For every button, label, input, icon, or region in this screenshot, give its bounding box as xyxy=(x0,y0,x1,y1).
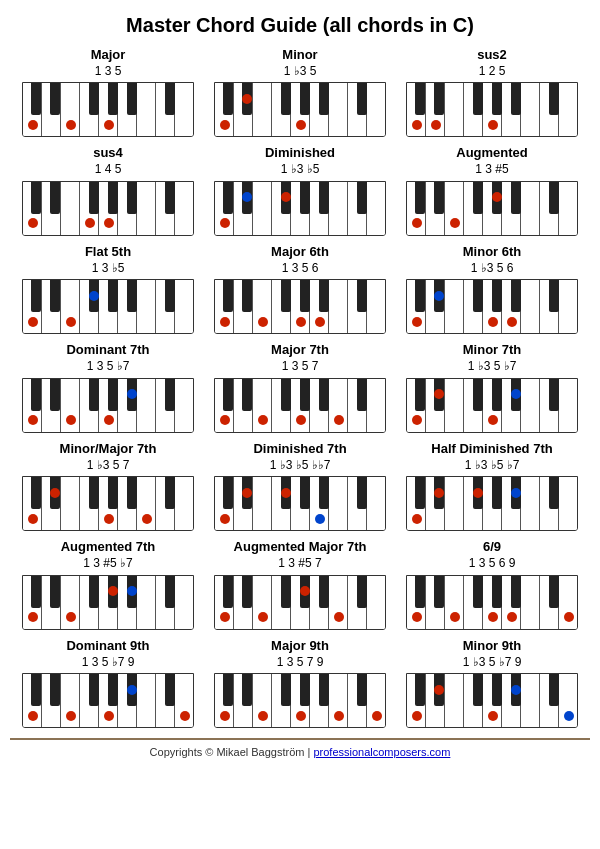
chord-dot xyxy=(220,612,230,622)
chord-item: 6/91 3 5 6 9 xyxy=(398,539,586,629)
chord-formula: 1 3 5 7 9 xyxy=(277,655,324,671)
chord-dot xyxy=(66,415,76,425)
chord-dot xyxy=(412,120,422,130)
chord-dot xyxy=(511,389,521,399)
chord-item: Half Diminished 7th1 ♭3 ♭5 ♭7 xyxy=(398,441,586,531)
chord-name: Minor/Major 7th xyxy=(60,441,157,458)
chord-name: Major 6th xyxy=(271,244,329,261)
chord-dot xyxy=(434,488,444,498)
chord-dot xyxy=(127,389,137,399)
chord-dot xyxy=(296,120,306,130)
chord-dot xyxy=(281,488,291,498)
chord-dot xyxy=(258,317,268,327)
chord-grid: Major1 3 5Minor1 ♭3 5sus21 2 5sus41 4 5D… xyxy=(10,47,590,728)
chord-dot xyxy=(511,685,521,695)
piano-keyboard xyxy=(406,673,578,728)
chord-dot xyxy=(28,218,38,228)
chord-dot xyxy=(296,317,306,327)
chord-item: Dominant 9th1 3 5 ♭7 9 xyxy=(14,638,202,728)
chord-dot xyxy=(564,711,574,721)
chord-dot xyxy=(412,218,422,228)
chord-dot xyxy=(450,612,460,622)
chord-dot xyxy=(296,415,306,425)
chord-dot xyxy=(220,120,230,130)
chord-item: Augmented Major 7th1 3 #5 7 xyxy=(206,539,394,629)
chord-dot xyxy=(334,415,344,425)
chord-name: Augmented Major 7th xyxy=(234,539,367,556)
chord-dot xyxy=(281,192,291,202)
chord-dot xyxy=(104,120,114,130)
chord-dot xyxy=(488,612,498,622)
chord-formula: 1 3 #5 xyxy=(475,162,508,178)
chord-dot xyxy=(85,218,95,228)
chord-item: Diminished 7th1 ♭3 ♭5 ♭♭7 xyxy=(206,441,394,531)
chord-name: Diminished 7th xyxy=(253,441,346,458)
chord-dot xyxy=(242,488,252,498)
chord-dot xyxy=(334,612,344,622)
chord-dot xyxy=(180,711,190,721)
chord-name: Dominant 9th xyxy=(66,638,149,655)
chord-dot xyxy=(434,389,444,399)
page-title: Master Chord Guide (all chords in C) xyxy=(10,14,590,37)
chord-item: Minor1 ♭3 5 xyxy=(206,47,394,137)
chord-item: Flat 5th1 3 ♭5 xyxy=(14,244,202,334)
website-link[interactable]: professionalcomposers.com xyxy=(313,746,450,758)
chord-dot xyxy=(104,514,114,524)
piano-keyboard xyxy=(214,181,386,236)
chord-dot xyxy=(28,120,38,130)
piano-keyboard xyxy=(406,82,578,137)
chord-dot xyxy=(473,488,483,498)
chord-item: Major1 3 5 xyxy=(14,47,202,137)
chord-formula: 1 4 5 xyxy=(95,162,122,178)
chord-dot xyxy=(242,192,252,202)
chord-dot xyxy=(28,317,38,327)
chord-formula: 1 3 5 xyxy=(95,64,122,80)
chord-dot xyxy=(412,317,422,327)
piano-keyboard xyxy=(214,378,386,433)
piano-keyboard xyxy=(214,476,386,531)
chord-dot xyxy=(315,514,325,524)
chord-dot xyxy=(242,94,252,104)
chord-name: sus4 xyxy=(93,145,123,162)
chord-dot xyxy=(220,218,230,228)
chord-dot xyxy=(488,120,498,130)
chord-name: Minor xyxy=(282,47,317,64)
chord-dot xyxy=(507,612,517,622)
chord-formula: 1 3 #5 ♭7 xyxy=(83,556,132,572)
chord-formula: 1 ♭3 ♭5 ♭♭7 xyxy=(270,458,331,474)
piano-keyboard xyxy=(406,181,578,236)
chord-name: 6/9 xyxy=(483,539,501,556)
chord-dot xyxy=(28,514,38,524)
chord-dot xyxy=(258,711,268,721)
chord-name: Half Diminished 7th xyxy=(431,441,552,458)
chord-name: Major 7th xyxy=(271,342,329,359)
piano-keyboard xyxy=(406,476,578,531)
chord-dot xyxy=(434,685,444,695)
chord-dot xyxy=(258,612,268,622)
chord-formula: 1 3 5 7 xyxy=(282,359,319,375)
chord-formula: 1 3 #5 7 xyxy=(278,556,321,572)
chord-dot xyxy=(434,291,444,301)
chord-dot xyxy=(412,612,422,622)
piano-keyboard xyxy=(214,575,386,630)
chord-item: Augmented 7th1 3 #5 ♭7 xyxy=(14,539,202,629)
chord-dot xyxy=(127,685,137,695)
chord-formula: 1 ♭3 ♭5 xyxy=(281,162,320,178)
chord-dot xyxy=(412,415,422,425)
chord-item: Major 9th1 3 5 7 9 xyxy=(206,638,394,728)
piano-keyboard xyxy=(22,476,194,531)
chord-dot xyxy=(104,415,114,425)
chord-item: Minor 9th1 ♭3 5 ♭7 9 xyxy=(398,638,586,728)
piano-keyboard xyxy=(406,575,578,630)
piano-keyboard xyxy=(22,279,194,334)
chord-name: Major 9th xyxy=(271,638,329,655)
chord-name: Dominant 7th xyxy=(66,342,149,359)
chord-dot xyxy=(104,218,114,228)
chord-dot xyxy=(66,612,76,622)
piano-keyboard xyxy=(22,378,194,433)
chord-dot xyxy=(220,317,230,327)
chord-formula: 1 3 5 6 xyxy=(282,261,319,277)
chord-formula: 1 ♭3 5 xyxy=(284,64,317,80)
chord-name: Major xyxy=(91,47,126,64)
chord-name: Minor 6th xyxy=(463,244,522,261)
